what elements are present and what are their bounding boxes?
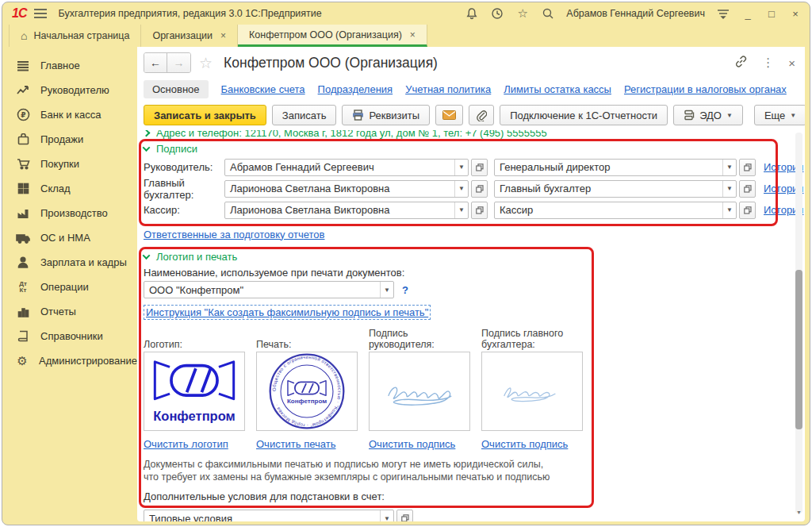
open-item-button[interactable]: [471, 202, 488, 219]
dropdown-icon[interactable]: ▼: [454, 160, 468, 175]
save-close-button[interactable]: Записать и закрыть: [144, 105, 266, 125]
clear-logo-link[interactable]: Очистить логотип: [144, 438, 228, 450]
favorite-star-icon[interactable]: ☆: [199, 54, 213, 72]
dropdown-icon[interactable]: ▼: [454, 202, 468, 218]
signatures-section-toggle[interactable]: Подписи: [144, 140, 805, 156]
form-panel: ← → ☆ Конфетпром ООО (Организация) ⋮ × О…: [137, 47, 805, 521]
sidebar-item-operations[interactable]: ДтКт Операции: [2, 275, 137, 299]
sidebar-item-main[interactable]: Главное: [2, 53, 137, 78]
favorites-star-icon[interactable]: ☆: [515, 6, 530, 21]
address-phone-section[interactable]: Адрес и телефон: 121170, Москва г, 1812 …: [144, 130, 805, 140]
menu-icon: [16, 59, 30, 73]
sidebar-item-fixed-assets[interactable]: ОС и НМА: [2, 225, 137, 250]
attachments-button[interactable]: [469, 105, 494, 125]
tab-home[interactable]: ⌂ Начальная страница: [9, 25, 141, 47]
dropdown-icon[interactable]: ▼: [722, 160, 736, 175]
scroll-down-arrow-icon[interactable]: ▼: [796, 510, 802, 515]
grid-icon: [16, 182, 30, 196]
forward-button[interactable]: →: [167, 53, 190, 72]
dropdown-icon[interactable]: ▼: [380, 282, 393, 298]
open-item-button[interactable]: [396, 510, 413, 521]
nav-cash-limits[interactable]: Лимиты остатка кассы: [504, 83, 611, 95]
dropdown-icon[interactable]: ▼: [454, 181, 468, 197]
sidebar-item-warehouse[interactable]: Склад: [2, 176, 137, 201]
tab-close-icon[interactable]: ×: [220, 30, 226, 41]
report-responsible-link[interactable]: Ответственные за подготовку отчетов: [144, 229, 325, 240]
director-name-field[interactable]: Абрамов Геннадий Сергеевич ▼: [224, 159, 469, 176]
director-signature-image[interactable]: [369, 352, 470, 431]
service-settings-icon[interactable]: [716, 6, 730, 21]
nav-bank-accounts[interactable]: Банковские счета: [221, 83, 305, 95]
cashier-name-field[interactable]: Ларионова Светлана Викторовна ▼: [224, 202, 469, 219]
sidebar-item-production[interactable]: Производство: [2, 201, 137, 225]
1c-logo: 1С: [12, 6, 26, 21]
current-user[interactable]: Абрамов Геннадий Сергеевич: [566, 8, 705, 19]
scrollbar-thumb[interactable]: [795, 270, 802, 430]
nav-tax-registrations[interactable]: Регистрации в налоговых органах: [624, 83, 787, 95]
sidebar-item-sales[interactable]: Продажи: [2, 127, 137, 152]
history-icon[interactable]: [490, 6, 504, 21]
tab-organizations[interactable]: Организации ×: [141, 25, 238, 47]
sidebar-item-payroll-hr[interactable]: Зарплата и кадры: [2, 250, 137, 275]
tab-current-organization[interactable]: Конфетпром ООО (Организация) ×: [238, 25, 427, 47]
connect-1c-reporting-button[interactable]: Подключение к 1С-Отчетности: [500, 105, 668, 125]
help-link[interactable]: ?: [402, 284, 408, 296]
back-button[interactable]: ←: [144, 53, 167, 72]
print-name-field[interactable]: ООО "Конфетпром" ▼: [144, 281, 394, 298]
signatures-section: Подписи Руководитель: Абрамов Геннадий С…: [144, 140, 805, 225]
dropdown-icon[interactable]: ▼: [380, 510, 393, 521]
minimize-button[interactable]: _: [741, 8, 754, 20]
logo-image[interactable]: Конфетпром: [144, 352, 245, 431]
requisites-button[interactable]: Реквизиты: [342, 105, 430, 125]
accountant-signature-image[interactable]: [481, 352, 583, 431]
titlebar: 1С Бухгалтерия предприятия, редакция 3.0…: [2, 2, 810, 25]
edo-button[interactable]: ЭДО ▼: [673, 105, 743, 125]
dropdown-icon[interactable]: ▼: [722, 202, 736, 218]
nav-main[interactable]: Основное: [144, 80, 209, 98]
notifications-bell-icon[interactable]: [465, 6, 479, 21]
more-menu-icon[interactable]: ⋮: [762, 56, 774, 70]
sidebar-item-reports[interactable]: Отчеты: [2, 299, 137, 324]
open-item-button[interactable]: [471, 180, 488, 198]
chief-accountant-name-field[interactable]: Ларионова Светлана Викторовна ▼: [224, 180, 469, 198]
tab-close-icon[interactable]: ×: [410, 29, 416, 40]
clear-stamp-link[interactable]: Очистить печать: [256, 438, 335, 450]
round-stamp-graphic: Общество с ограниченной ответственностью…: [268, 352, 346, 430]
sidebar-item-manager[interactable]: Руководителю: [2, 78, 137, 102]
sidebar-item-administration[interactable]: ⚙ Администрирование: [2, 348, 137, 373]
logo-section-toggle[interactable]: Логотип и печать: [144, 248, 588, 264]
additional-terms-field[interactable]: Типовые условия ▼: [144, 510, 394, 521]
open-item-button[interactable]: [739, 180, 756, 198]
chief-accountant-row: Главный бухгалтер: Ларионова Светлана Ви…: [144, 178, 805, 199]
open-item-button[interactable]: [471, 159, 488, 176]
facsimile-instruction-link[interactable]: Инструкция "Как создать факсимильную под…: [144, 305, 431, 320]
get-link-icon[interactable]: [734, 55, 748, 71]
chief-accountant-position-field[interactable]: Главный бухгалтер ▼: [494, 180, 737, 198]
cashier-position-field[interactable]: Кассир ▼: [494, 202, 737, 219]
app-title: Бухгалтерия предприятия, редакция 3.0 1С…: [58, 8, 321, 19]
open-item-button[interactable]: [739, 202, 756, 219]
close-form-icon[interactable]: ×: [788, 56, 795, 70]
save-button[interactable]: Записать: [272, 105, 337, 125]
vertical-scrollbar[interactable]: ▼: [795, 133, 802, 514]
search-icon[interactable]: [541, 6, 555, 21]
clear-director-signature-link[interactable]: Очистить подпись: [369, 438, 455, 450]
main-menu-icon[interactable]: [34, 9, 47, 18]
maximize-button[interactable]: □: [765, 8, 778, 20]
open-item-button[interactable]: [739, 159, 756, 176]
sidebar-item-purchases[interactable]: Покупки: [2, 152, 137, 176]
send-email-button[interactable]: [435, 105, 463, 125]
nav-departments[interactable]: Подразделения: [318, 83, 393, 95]
sidebar-item-directories[interactable]: Справочники: [2, 324, 137, 348]
ruble-icon: ₽: [16, 108, 30, 122]
sidebar-item-bank-cash[interactable]: ₽ Банк и касса: [2, 102, 137, 127]
director-position-field[interactable]: Генеральный директор ▼: [494, 159, 737, 176]
close-window-button[interactable]: ×: [789, 8, 802, 20]
clear-accountant-signature-link[interactable]: Очистить подпись: [481, 438, 568, 450]
dropdown-icon[interactable]: ▼: [722, 181, 736, 197]
chevron-down-icon: [143, 144, 151, 152]
stamp-image[interactable]: Общество с ограниченной ответственностью…: [256, 352, 358, 431]
more-button[interactable]: Еще ▼: [754, 105, 805, 125]
nav-accounting-policy[interactable]: Учетная политика: [405, 83, 491, 95]
logo-label: Логотип:: [144, 328, 245, 352]
